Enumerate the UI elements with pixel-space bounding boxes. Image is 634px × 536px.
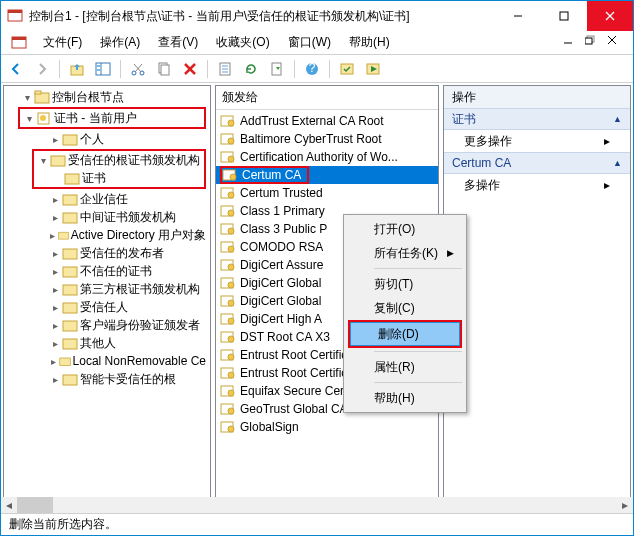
export-button[interactable]	[266, 58, 288, 80]
ctx-delete[interactable]: 删除(D)	[350, 322, 460, 346]
mdi-close-button[interactable]	[605, 34, 625, 52]
tree-item-label: 个人	[80, 131, 104, 148]
certificate-icon	[220, 132, 236, 146]
app-icon	[7, 8, 23, 24]
tree-item[interactable]: ▸客户端身份验证颁发者	[4, 316, 210, 334]
actions-more-1[interactable]: 更多操作▸	[444, 130, 630, 152]
certificate-icon	[222, 168, 238, 182]
svg-rect-40	[63, 135, 77, 145]
svg-point-81	[228, 354, 234, 360]
actions-pane: 操作 证书▲ 更多操作▸ Certum CA▲ 多操作▸	[443, 85, 631, 511]
svg-rect-43	[63, 195, 77, 205]
certificate-icon	[220, 348, 236, 362]
list-row-label: Class 1 Primary	[240, 204, 325, 218]
refresh-button[interactable]	[240, 58, 262, 80]
help-button[interactable]: ?	[301, 58, 323, 80]
menu-file[interactable]: 文件(F)	[35, 32, 90, 53]
close-button[interactable]	[587, 1, 633, 31]
tree-item[interactable]: ▸中间证书颁发机构	[4, 208, 210, 226]
certificate-icon	[220, 222, 236, 236]
svg-point-75	[228, 300, 234, 306]
tree-item[interactable]: ▸受信任人	[4, 298, 210, 316]
tree-item[interactable]: ▸个人	[4, 130, 210, 148]
svg-point-83	[228, 372, 234, 378]
copy-button[interactable]	[153, 58, 175, 80]
svg-point-57	[228, 138, 234, 144]
list-h-scrollbar[interactable]: ◂▸	[215, 497, 439, 511]
certificate-icon	[220, 294, 236, 308]
actions-section-certs[interactable]: 证书▲	[444, 108, 630, 130]
tree-item[interactable]: ▸智能卡受信任的根	[4, 370, 210, 388]
list-row[interactable]: Certum CA	[216, 166, 438, 184]
tree-item[interactable]: ▸Local NonRemovable Ce	[4, 352, 210, 370]
svg-point-67	[228, 228, 234, 234]
list-row[interactable]: Baltimore CyberTrust Root	[216, 130, 438, 148]
up-button[interactable]	[66, 58, 88, 80]
cut-button[interactable]	[127, 58, 149, 80]
list-row-label: Baltimore CyberTrust Root	[240, 132, 382, 146]
delete-button[interactable]	[179, 58, 201, 80]
ctx-cut[interactable]: 剪切(T)	[346, 272, 464, 296]
context-menu: 打开(O) 所有任务(K)▶ 剪切(T) 复制(C) 删除(D) 属性(R) 帮…	[343, 214, 467, 413]
forward-button[interactable]	[31, 58, 53, 80]
actions-section-selected[interactable]: Certum CA▲	[444, 152, 630, 174]
certificate-icon	[220, 204, 236, 218]
menu-view[interactable]: 查看(V)	[150, 32, 206, 53]
mdi-restore-button[interactable]	[583, 34, 603, 52]
tree-item[interactable]: ▸其他人	[4, 334, 210, 352]
tree-root[interactable]: ▾控制台根节点	[4, 88, 210, 106]
extra-1-button[interactable]	[336, 58, 358, 80]
tree-item[interactable]: ▸受信任的发布者	[4, 244, 210, 262]
certificate-icon	[220, 384, 236, 398]
list-row[interactable]: AddTrust External CA Root	[216, 112, 438, 130]
list-row[interactable]: GlobalSign	[216, 418, 438, 436]
tree-trusted-root-ca[interactable]: ▾受信任的根证书颁发机构	[34, 151, 204, 169]
ctx-properties[interactable]: 属性(R)	[346, 355, 464, 379]
tree-item[interactable]: ▸第三方根证书颁发机构	[4, 280, 210, 298]
menu-window[interactable]: 窗口(W)	[280, 32, 339, 53]
tree-item-label: Local NonRemovable Ce	[73, 354, 206, 368]
back-button[interactable]	[5, 58, 27, 80]
certificate-icon	[220, 240, 236, 254]
tree-item-label: 受信任的根证书颁发机构	[68, 152, 200, 169]
tree-certs-user-label: 证书 - 当前用户	[54, 110, 137, 127]
svg-rect-23	[161, 65, 169, 75]
tree-item[interactable]: ▸Active Directory 用户对象	[4, 226, 210, 244]
tree-item-label: Active Directory 用户对象	[71, 227, 206, 244]
menu-favorites[interactable]: 收藏夹(O)	[208, 32, 277, 53]
svg-point-69	[228, 246, 234, 252]
mdi-minimize-button[interactable]	[561, 34, 581, 52]
minimize-button[interactable]	[495, 1, 541, 31]
ctx-help[interactable]: 帮助(H)	[346, 386, 464, 410]
svg-point-61	[230, 174, 236, 180]
svg-point-59	[228, 156, 234, 162]
tree-certificates[interactable]: 证书	[34, 169, 204, 187]
tree-item-label: 受信任的发布者	[80, 245, 164, 262]
ctx-open[interactable]: 打开(O)	[346, 217, 464, 241]
list-row-label: AddTrust External CA Root	[240, 114, 384, 128]
menu-action[interactable]: 操作(A)	[92, 32, 148, 53]
extra-2-button[interactable]	[362, 58, 384, 80]
tree-certs-user[interactable]: ▾证书 - 当前用户	[20, 109, 204, 127]
tree-item[interactable]: ▸不信任的证书	[4, 262, 210, 280]
menu-help[interactable]: 帮助(H)	[341, 32, 398, 53]
maximize-button[interactable]	[541, 1, 587, 31]
list-header-issued-to[interactable]: 颁发给	[216, 86, 438, 110]
svg-point-79	[228, 336, 234, 342]
ctx-copy[interactable]: 复制(C)	[346, 296, 464, 320]
show-hide-tree-button[interactable]	[92, 58, 114, 80]
svg-rect-46	[63, 249, 77, 259]
certificate-icon	[220, 276, 236, 290]
menubar: 文件(F) 操作(A) 查看(V) 收藏夹(O) 窗口(W) 帮助(H)	[1, 31, 633, 55]
properties-button[interactable]	[214, 58, 236, 80]
tree-item-label: 受信任人	[80, 299, 128, 316]
certificate-icon	[220, 402, 236, 416]
ctx-all-tasks[interactable]: 所有任务(K)▶	[346, 241, 464, 265]
list-row[interactable]: Certum Trusted	[216, 184, 438, 202]
list-row[interactable]: Certification Authority of Wo...	[216, 148, 438, 166]
tree[interactable]: ▾控制台根节点 ▾证书 - 当前用户 ▸个人 ▾受信任的根证书颁发机构 证书 ▸…	[4, 86, 210, 510]
actions-more-2[interactable]: 多操作▸	[444, 174, 630, 196]
svg-rect-51	[63, 339, 77, 349]
tree-item[interactable]: ▸企业信任	[4, 190, 210, 208]
certificate-icon	[220, 420, 236, 434]
